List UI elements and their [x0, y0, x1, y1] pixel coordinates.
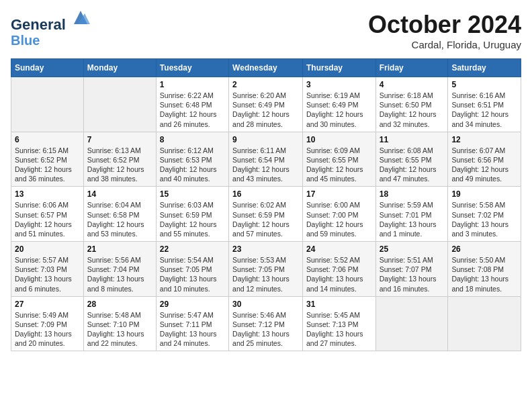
calendar-day: 27Sunrise: 5:49 AM Sunset: 7:09 PM Dayli…	[11, 296, 84, 351]
calendar-day: 9Sunrise: 6:11 AM Sunset: 6:54 PM Daylig…	[229, 132, 303, 187]
day-detail: Sunrise: 6:18 AM Sunset: 6:50 PM Dayligh…	[380, 91, 445, 129]
day-number: 23	[232, 244, 299, 254]
day-number: 11	[380, 135, 445, 144]
day-detail: Sunrise: 5:57 AM Sunset: 7:03 PM Dayligh…	[15, 255, 80, 293]
day-number: 1	[160, 80, 225, 89]
day-header-thursday: Thursday	[302, 59, 375, 77]
day-detail: Sunrise: 5:58 AM Sunset: 7:02 PM Dayligh…	[451, 200, 517, 238]
page-header: General Blue October 2024 Cardal, Florid…	[11, 11, 521, 50]
calendar-day: 12Sunrise: 6:07 AM Sunset: 6:56 PM Dayli…	[448, 132, 521, 187]
calendar-day	[448, 296, 521, 351]
day-detail: Sunrise: 5:56 AM Sunset: 7:04 PM Dayligh…	[87, 255, 152, 293]
day-detail: Sunrise: 6:15 AM Sunset: 6:52 PM Dayligh…	[15, 146, 80, 184]
logo-icon	[71, 8, 90, 27]
calendar-week-1: 1Sunrise: 6:22 AM Sunset: 6:48 PM Daylig…	[11, 77, 521, 132]
calendar-day: 1Sunrise: 6:22 AM Sunset: 6:48 PM Daylig…	[156, 77, 228, 132]
calendar-week-3: 13Sunrise: 6:06 AM Sunset: 6:57 PM Dayli…	[11, 187, 521, 242]
calendar-day: 2Sunrise: 6:20 AM Sunset: 6:49 PM Daylig…	[229, 77, 303, 132]
day-number: 19	[451, 189, 517, 199]
day-detail: Sunrise: 6:03 AM Sunset: 6:59 PM Dayligh…	[160, 200, 225, 238]
day-number: 15	[160, 189, 225, 199]
calendar-day: 26Sunrise: 5:50 AM Sunset: 7:08 PM Dayli…	[448, 242, 521, 297]
calendar-day: 5Sunrise: 6:16 AM Sunset: 6:51 PM Daylig…	[448, 77, 521, 132]
logo-blue: Blue	[11, 33, 90, 48]
day-number: 22	[160, 244, 225, 254]
day-number: 10	[306, 135, 372, 144]
day-number: 4	[380, 80, 445, 89]
day-number: 9	[232, 135, 299, 144]
logo-text: General	[11, 11, 90, 33]
day-detail: Sunrise: 5:53 AM Sunset: 7:05 PM Dayligh…	[232, 255, 299, 293]
day-detail: Sunrise: 6:00 AM Sunset: 7:00 PM Dayligh…	[306, 200, 372, 238]
day-number: 26	[451, 244, 517, 254]
calendar-day	[375, 296, 448, 351]
calendar-day: 14Sunrise: 6:04 AM Sunset: 6:58 PM Dayli…	[83, 187, 156, 242]
calendar-day: 16Sunrise: 6:02 AM Sunset: 6:59 PM Dayli…	[229, 187, 303, 242]
calendar-day: 31Sunrise: 5:45 AM Sunset: 7:13 PM Dayli…	[302, 296, 375, 351]
day-number: 24	[306, 244, 372, 254]
calendar-week-4: 20Sunrise: 5:57 AM Sunset: 7:03 PM Dayli…	[11, 242, 521, 297]
day-detail: Sunrise: 6:16 AM Sunset: 6:51 PM Dayligh…	[451, 91, 517, 129]
calendar-day: 23Sunrise: 5:53 AM Sunset: 7:05 PM Dayli…	[229, 242, 303, 297]
day-number: 12	[451, 135, 517, 144]
calendar-day: 3Sunrise: 6:19 AM Sunset: 6:49 PM Daylig…	[302, 77, 375, 132]
day-detail: Sunrise: 5:46 AM Sunset: 7:12 PM Dayligh…	[232, 310, 299, 349]
calendar-day: 6Sunrise: 6:15 AM Sunset: 6:52 PM Daylig…	[11, 132, 84, 187]
day-number: 25	[380, 244, 445, 254]
calendar-day	[83, 77, 156, 132]
calendar-day: 28Sunrise: 5:48 AM Sunset: 7:10 PM Dayli…	[83, 296, 156, 351]
day-header-wednesday: Wednesday	[229, 59, 303, 77]
day-number: 13	[15, 189, 80, 199]
day-detail: Sunrise: 6:02 AM Sunset: 6:59 PM Dayligh…	[232, 200, 299, 238]
day-number: 21	[87, 244, 152, 254]
day-number: 17	[306, 189, 372, 199]
day-number: 6	[15, 135, 80, 144]
calendar-day: 13Sunrise: 6:06 AM Sunset: 6:57 PM Dayli…	[11, 187, 84, 242]
day-detail: Sunrise: 5:50 AM Sunset: 7:08 PM Dayligh…	[451, 255, 517, 293]
calendar-day: 7Sunrise: 6:13 AM Sunset: 6:52 PM Daylig…	[83, 132, 156, 187]
day-number: 14	[87, 189, 152, 199]
day-number: 30	[232, 300, 299, 309]
logo: General Blue	[11, 11, 90, 48]
calendar-day: 29Sunrise: 5:47 AM Sunset: 7:11 PM Dayli…	[156, 296, 228, 351]
calendar-day: 17Sunrise: 6:00 AM Sunset: 7:00 PM Dayli…	[302, 187, 375, 242]
day-detail: Sunrise: 6:08 AM Sunset: 6:55 PM Dayligh…	[380, 146, 445, 184]
title-area: October 2024 Cardal, Florida, Uruguay	[368, 11, 521, 50]
day-number: 27	[15, 300, 80, 309]
day-detail: Sunrise: 5:59 AM Sunset: 7:01 PM Dayligh…	[380, 200, 445, 238]
day-detail: Sunrise: 5:54 AM Sunset: 7:05 PM Dayligh…	[160, 255, 225, 293]
day-header-sunday: Sunday	[11, 59, 84, 77]
calendar-day	[11, 77, 84, 132]
day-number: 8	[160, 135, 225, 144]
day-number: 18	[380, 189, 445, 199]
day-detail: Sunrise: 5:51 AM Sunset: 7:07 PM Dayligh…	[380, 255, 445, 293]
calendar-table: SundayMondayTuesdayWednesdayThursdayFrid…	[11, 58, 521, 351]
month-title: October 2024	[368, 11, 521, 39]
day-detail: Sunrise: 6:13 AM Sunset: 6:52 PM Dayligh…	[87, 146, 152, 184]
calendar-day: 15Sunrise: 6:03 AM Sunset: 6:59 PM Dayli…	[156, 187, 228, 242]
day-detail: Sunrise: 6:12 AM Sunset: 6:53 PM Dayligh…	[160, 146, 225, 184]
day-number: 28	[87, 300, 152, 309]
day-detail: Sunrise: 5:45 AM Sunset: 7:13 PM Dayligh…	[306, 310, 372, 349]
calendar-day: 10Sunrise: 6:09 AM Sunset: 6:55 PM Dayli…	[302, 132, 375, 187]
calendar-day: 24Sunrise: 5:52 AM Sunset: 7:06 PM Dayli…	[302, 242, 375, 297]
day-number: 16	[232, 189, 299, 199]
calendar-day: 19Sunrise: 5:58 AM Sunset: 7:02 PM Dayli…	[448, 187, 521, 242]
day-header-monday: Monday	[83, 59, 156, 77]
day-number: 3	[306, 80, 372, 89]
day-detail: Sunrise: 6:19 AM Sunset: 6:49 PM Dayligh…	[306, 91, 372, 129]
day-detail: Sunrise: 5:49 AM Sunset: 7:09 PM Dayligh…	[15, 310, 80, 349]
location-subtitle: Cardal, Florida, Uruguay	[368, 39, 521, 50]
day-detail: Sunrise: 5:48 AM Sunset: 7:10 PM Dayligh…	[87, 310, 152, 349]
day-number: 2	[232, 80, 299, 89]
calendar-day: 22Sunrise: 5:54 AM Sunset: 7:05 PM Dayli…	[156, 242, 228, 297]
day-detail: Sunrise: 6:07 AM Sunset: 6:56 PM Dayligh…	[451, 146, 517, 184]
calendar-day: 4Sunrise: 6:18 AM Sunset: 6:50 PM Daylig…	[375, 77, 448, 132]
day-detail: Sunrise: 5:52 AM Sunset: 7:06 PM Dayligh…	[306, 255, 372, 293]
calendar-day: 25Sunrise: 5:51 AM Sunset: 7:07 PM Dayli…	[375, 242, 448, 297]
day-detail: Sunrise: 6:11 AM Sunset: 6:54 PM Dayligh…	[232, 146, 299, 184]
calendar-week-2: 6Sunrise: 6:15 AM Sunset: 6:52 PM Daylig…	[11, 132, 521, 187]
day-header-saturday: Saturday	[448, 59, 521, 77]
day-number: 31	[306, 300, 372, 309]
calendar-day: 21Sunrise: 5:56 AM Sunset: 7:04 PM Dayli…	[83, 242, 156, 297]
